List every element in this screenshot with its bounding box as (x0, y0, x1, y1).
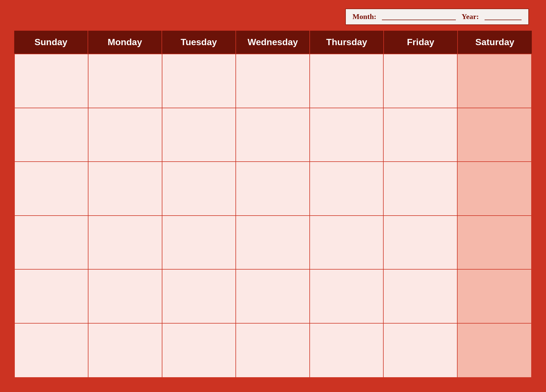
table-row (88, 216, 162, 270)
month-year-container: Month: Year: (345, 9, 529, 25)
table-row (88, 54, 162, 108)
table-row (236, 108, 310, 162)
table-row (236, 54, 310, 108)
day-header-tuesday: Tuesday (162, 31, 236, 54)
table-row (162, 108, 236, 162)
table-row (384, 54, 457, 108)
calendar-body (14, 54, 532, 378)
calendar-container: Sunday Monday Tuesday Wednesday Thursday… (14, 31, 532, 378)
table-row (458, 270, 531, 324)
table-row (458, 108, 531, 162)
month-label: Month: (353, 12, 377, 21)
month-underline (382, 13, 456, 20)
table-row (15, 54, 88, 108)
table-row (236, 270, 310, 324)
table-row (384, 216, 457, 270)
table-row (162, 162, 236, 216)
table-row (384, 324, 457, 378)
table-row (162, 216, 236, 270)
table-row (236, 162, 310, 216)
table-row (384, 108, 457, 162)
table-row (384, 270, 457, 324)
table-row (458, 54, 531, 108)
day-header-monday: Monday (88, 31, 162, 54)
day-header-thursday: Thursday (310, 31, 384, 54)
table-row (15, 216, 88, 270)
table-row (15, 324, 88, 378)
table-row (162, 270, 236, 324)
table-row (88, 270, 162, 324)
table-row (236, 324, 310, 378)
table-row (88, 162, 162, 216)
table-row (236, 216, 310, 270)
table-row (310, 324, 384, 378)
day-header-sunday: Sunday (14, 31, 88, 54)
day-header-wednesday: Wednesday (236, 31, 310, 54)
table-row (384, 162, 457, 216)
table-row (15, 270, 88, 324)
table-row (458, 324, 531, 378)
header-row: Month: Year: (0, 0, 546, 31)
table-row (310, 216, 384, 270)
day-header-saturday: Saturday (458, 31, 532, 54)
table-row (458, 162, 531, 216)
table-row (15, 162, 88, 216)
table-row (15, 108, 88, 162)
table-row (88, 108, 162, 162)
day-header-friday: Friday (384, 31, 458, 54)
table-row (458, 216, 531, 270)
table-row (310, 54, 384, 108)
table-row (310, 162, 384, 216)
table-row (162, 324, 236, 378)
calendar-header: Sunday Monday Tuesday Wednesday Thursday… (14, 31, 532, 54)
table-row (310, 270, 384, 324)
year-underline (485, 13, 522, 20)
table-row (88, 324, 162, 378)
table-row (162, 54, 236, 108)
table-row (310, 108, 384, 162)
year-label: Year: (462, 12, 479, 21)
